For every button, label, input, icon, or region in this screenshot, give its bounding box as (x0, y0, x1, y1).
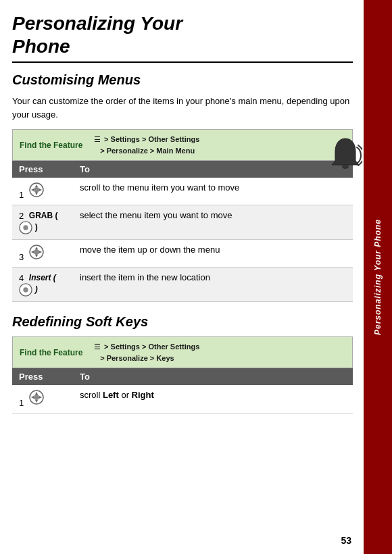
col-to-1: To (73, 161, 353, 178)
nav-icon (29, 182, 44, 197)
bell-icon-container (328, 135, 362, 176)
press-cell: 1 (12, 178, 73, 205)
press-cell: 1 (12, 385, 73, 413)
page-number: 53 (341, 535, 351, 546)
page-container: Personalizing Your Phone Customising Men… (0, 0, 365, 554)
find-feature-path-2: ☰ > Settings > Other Settings > Personal… (94, 341, 199, 363)
table-row: 1 scroll to the menu item you want to mo… (12, 178, 353, 205)
table-row: 1 scroll Left or Right (12, 385, 353, 413)
svg-point-9 (34, 249, 39, 255)
section1-body: Your can customize the order of the item… (12, 95, 353, 121)
main-title: Personalizing Your Phone (12, 12, 353, 57)
press-cell: 4 Insert ( ) (12, 268, 73, 302)
nav-icon (29, 390, 44, 405)
section2-table: Press To 1 scroll Left or Right (12, 368, 353, 413)
col-press-2: Press (12, 368, 73, 385)
section2-title: Redefining Soft Keys (12, 314, 353, 330)
find-feature-path-1: ☰ > Settings > Other Settings > Personal… (94, 134, 199, 156)
svg-point-22 (342, 165, 349, 169)
action-cell: insert the item in the new location (73, 268, 353, 302)
action-cell: scroll Left or Right (73, 385, 353, 413)
nav-icon (29, 245, 44, 259)
press-cell: 2 GRAB ( ) (12, 205, 73, 240)
action-cell: select the menu item you want to move (73, 205, 353, 240)
find-feature-box-2: Find the Feature ☰ > Settings > Other Se… (12, 336, 353, 368)
col-to-2: To (73, 368, 353, 385)
title-divider (12, 61, 353, 63)
find-feature-label-2: Find the Feature (20, 348, 94, 357)
menu-icon-1: ☰ (94, 134, 101, 145)
action-cell: scroll to the menu item you want to move (73, 178, 353, 205)
table-row: 3 move the item up or down the menu (12, 240, 353, 268)
svg-point-15 (23, 288, 28, 293)
bell-icon (328, 135, 362, 176)
svg-point-7 (23, 226, 28, 230)
svg-point-1 (34, 187, 39, 193)
sidebar-label: Personalizing Your Phone (373, 219, 383, 335)
action-cell: move the item up or down the menu (73, 240, 353, 268)
menu-icon-2: ☰ (94, 341, 101, 353)
find-feature-box-1: Find the Feature ☰ > Settings > Other Se… (12, 129, 353, 161)
table-row: 2 GRAB ( ) select the menu item you want… (12, 205, 353, 240)
find-feature-label-1: Find the Feature (20, 141, 94, 150)
section1-title: Customising Menus (12, 72, 353, 88)
table-row: 4 Insert ( ) insert the item in the new … (12, 268, 353, 302)
section1-table: Press To 1 scroll to the (12, 161, 353, 302)
grab-icon (19, 221, 32, 234)
insert-icon (19, 283, 32, 297)
svg-point-17 (34, 395, 39, 400)
press-cell: 3 (12, 240, 73, 268)
col-press-1: Press (12, 161, 73, 178)
sidebar: Personalizing Your Phone (364, 0, 392, 554)
